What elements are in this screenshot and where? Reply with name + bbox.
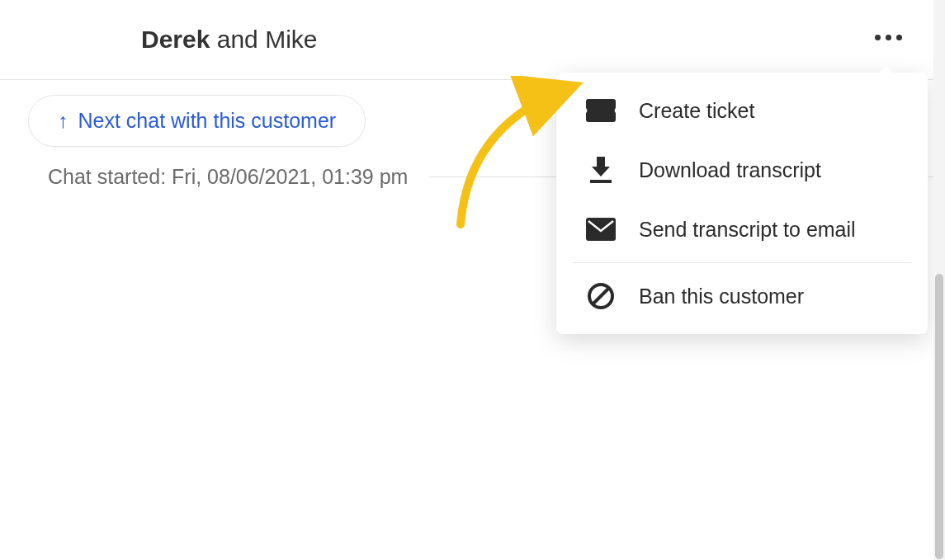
participant-primary: Derek [141, 26, 210, 53]
arrow-up-icon: ↑ [58, 109, 69, 133]
ticket-icon [586, 96, 616, 125]
menu-item-label: Ban this customer [639, 285, 804, 308]
scrollbar-track[interactable] [933, 0, 945, 560]
chat-title: Derek and Mike [141, 26, 317, 54]
menu-item-label: Create ticket [639, 99, 754, 123]
svg-rect-0 [597, 157, 605, 167]
ban-icon [586, 281, 616, 311]
participant-secondary: Mike [265, 26, 317, 53]
svg-line-4 [593, 288, 609, 304]
dot-icon [875, 35, 881, 40]
chat-started-label: Chat started: Fri, 08/06/2021, 01:39 pm [28, 165, 408, 189]
menu-item-label: Download transcript [639, 158, 821, 182]
svg-rect-2 [586, 218, 616, 241]
email-icon [586, 214, 616, 244]
dot-icon [896, 35, 902, 40]
menu-item-send-transcript-email[interactable]: Send transcript to email [556, 200, 928, 259]
menu-item-label: Send transcript to email [639, 218, 856, 242]
more-options-button[interactable] [868, 28, 909, 47]
svg-rect-1 [590, 180, 612, 183]
download-icon [586, 155, 616, 185]
chat-header: Derek and Mike [0, 0, 945, 80]
scrollbar-thumb[interactable] [935, 274, 943, 559]
more-options-menu: Create ticket Download transcript Send t… [556, 73, 928, 334]
participant-connector: and [210, 26, 265, 53]
menu-item-create-ticket[interactable]: Create ticket [556, 81, 928, 140]
menu-item-download-transcript[interactable]: Download transcript [556, 140, 928, 200]
menu-divider [573, 262, 911, 263]
next-chat-label: Next chat with this customer [78, 109, 337, 133]
next-chat-button[interactable]: ↑ Next chat with this customer [28, 95, 366, 147]
menu-item-ban-customer[interactable]: Ban this customer [556, 266, 928, 326]
dropdown-caret [878, 66, 895, 74]
dot-icon [886, 35, 891, 40]
